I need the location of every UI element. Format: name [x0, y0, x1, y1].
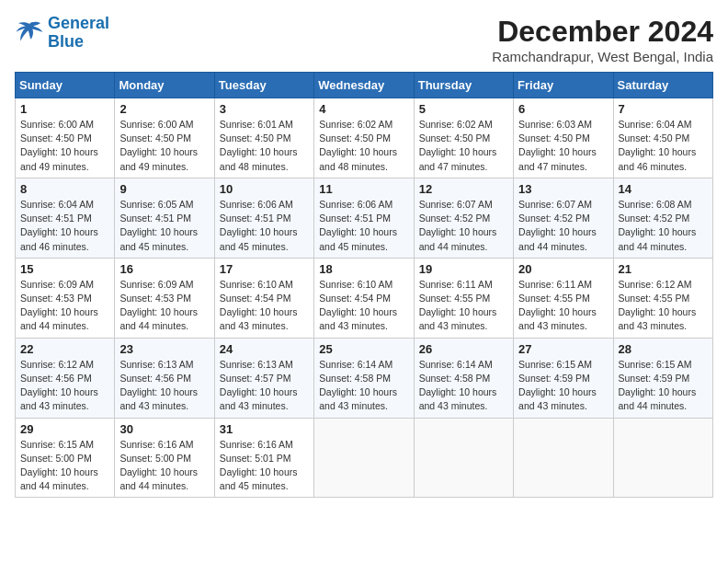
calendar-cell: 25 Sunrise: 6:14 AM Sunset: 4:58 PM Dayl… [314, 338, 414, 418]
calendar-cell: 31 Sunrise: 6:16 AM Sunset: 5:01 PM Dayl… [214, 418, 313, 498]
day-number: 30 [119, 422, 209, 436]
day-info: Sunrise: 6:10 AM Sunset: 4:54 PM Dayligh… [220, 278, 309, 334]
day-number: 1 [20, 102, 109, 116]
day-number: 9 [119, 182, 209, 196]
day-number: 19 [419, 262, 508, 276]
day-number: 15 [20, 262, 109, 276]
day-info: Sunrise: 6:09 AM Sunset: 4:53 PM Dayligh… [119, 278, 209, 334]
day-info: Sunrise: 6:11 AM Sunset: 4:55 PM Dayligh… [518, 278, 608, 334]
day-number: 10 [220, 182, 309, 196]
calendar-cell: 22 Sunrise: 6:12 AM Sunset: 4:56 PM Dayl… [16, 338, 115, 418]
calendar-cell: 18 Sunrise: 6:10 AM Sunset: 4:54 PM Dayl… [314, 258, 414, 338]
day-number: 26 [419, 342, 508, 356]
day-number: 17 [220, 262, 309, 276]
calendar-cell: 4 Sunrise: 6:02 AM Sunset: 4:50 PM Dayli… [314, 98, 414, 178]
header-sunday: Sunday [16, 73, 115, 98]
day-info: Sunrise: 6:14 AM Sunset: 4:58 PM Dayligh… [419, 358, 508, 414]
day-number: 2 [119, 102, 209, 116]
header-tuesday: Tuesday [214, 73, 313, 98]
calendar-cell [314, 418, 414, 498]
page-header: General Blue December 2024 Ramchandrapur… [15, 15, 713, 64]
calendar-cell: 17 Sunrise: 6:10 AM Sunset: 4:54 PM Dayl… [214, 258, 313, 338]
calendar-cell: 27 Sunrise: 6:15 AM Sunset: 4:59 PM Dayl… [514, 338, 613, 418]
day-info: Sunrise: 6:01 AM Sunset: 4:50 PM Dayligh… [220, 118, 309, 174]
calendar-cell: 5 Sunrise: 6:02 AM Sunset: 4:50 PM Dayli… [414, 98, 513, 178]
day-info: Sunrise: 6:02 AM Sunset: 4:50 PM Dayligh… [319, 118, 408, 174]
day-number: 7 [619, 102, 708, 116]
day-info: Sunrise: 6:07 AM Sunset: 4:52 PM Dayligh… [419, 198, 508, 254]
day-number: 5 [419, 102, 508, 116]
calendar-cell: 21 Sunrise: 6:12 AM Sunset: 4:55 PM Dayl… [613, 258, 712, 338]
day-number: 29 [20, 422, 109, 436]
calendar-cell: 24 Sunrise: 6:13 AM Sunset: 4:57 PM Dayl… [214, 338, 313, 418]
day-info: Sunrise: 6:15 AM Sunset: 4:59 PM Dayligh… [619, 358, 708, 414]
location-subtitle: Ramchandrapur, West Bengal, India [492, 49, 713, 64]
calendar-cell: 23 Sunrise: 6:13 AM Sunset: 4:56 PM Dayl… [115, 338, 214, 418]
day-info: Sunrise: 6:07 AM Sunset: 4:52 PM Dayligh… [518, 198, 608, 254]
calendar-cell: 10 Sunrise: 6:06 AM Sunset: 4:51 PM Dayl… [214, 178, 313, 258]
day-info: Sunrise: 6:03 AM Sunset: 4:50 PM Dayligh… [518, 118, 608, 174]
calendar-table: Sunday Monday Tuesday Wednesday Thursday… [15, 72, 713, 498]
day-number: 14 [619, 182, 708, 196]
weekday-header-row: Sunday Monday Tuesday Wednesday Thursday… [16, 73, 713, 98]
calendar-cell: 19 Sunrise: 6:11 AM Sunset: 4:55 PM Dayl… [414, 258, 513, 338]
day-info: Sunrise: 6:13 AM Sunset: 4:57 PM Dayligh… [220, 358, 309, 414]
calendar-cell: 15 Sunrise: 6:09 AM Sunset: 4:53 PM Dayl… [16, 258, 115, 338]
day-number: 23 [119, 342, 209, 356]
day-info: Sunrise: 6:15 AM Sunset: 4:59 PM Dayligh… [518, 358, 608, 414]
day-info: Sunrise: 6:12 AM Sunset: 4:55 PM Dayligh… [619, 278, 708, 334]
calendar-cell: 28 Sunrise: 6:15 AM Sunset: 4:59 PM Dayl… [613, 338, 712, 418]
day-info: Sunrise: 6:16 AM Sunset: 5:01 PM Dayligh… [220, 438, 309, 494]
day-number: 25 [319, 342, 408, 356]
day-number: 8 [20, 182, 109, 196]
day-info: Sunrise: 6:14 AM Sunset: 4:58 PM Dayligh… [319, 358, 408, 414]
day-info: Sunrise: 6:00 AM Sunset: 4:50 PM Dayligh… [20, 118, 109, 174]
calendar-cell: 11 Sunrise: 6:06 AM Sunset: 4:51 PM Dayl… [314, 178, 414, 258]
day-number: 21 [619, 262, 708, 276]
day-number: 13 [518, 182, 608, 196]
calendar-cell: 13 Sunrise: 6:07 AM Sunset: 4:52 PM Dayl… [514, 178, 613, 258]
month-year-title: December 2024 [492, 15, 713, 49]
day-info: Sunrise: 6:04 AM Sunset: 4:51 PM Dayligh… [20, 198, 109, 254]
day-info: Sunrise: 6:08 AM Sunset: 4:52 PM Dayligh… [619, 198, 708, 254]
day-number: 16 [119, 262, 209, 276]
calendar-cell [414, 418, 513, 498]
day-info: Sunrise: 6:02 AM Sunset: 4:50 PM Dayligh… [419, 118, 508, 174]
calendar-cell: 1 Sunrise: 6:00 AM Sunset: 4:50 PM Dayli… [16, 98, 115, 178]
logo-icon [15, 20, 44, 46]
day-info: Sunrise: 6:15 AM Sunset: 5:00 PM Dayligh… [20, 438, 109, 494]
calendar-cell: 2 Sunrise: 6:00 AM Sunset: 4:50 PM Dayli… [115, 98, 214, 178]
header-wednesday: Wednesday [314, 73, 414, 98]
day-number: 3 [220, 102, 309, 116]
day-info: Sunrise: 6:12 AM Sunset: 4:56 PM Dayligh… [20, 358, 109, 414]
calendar-cell: 3 Sunrise: 6:01 AM Sunset: 4:50 PM Dayli… [214, 98, 313, 178]
day-number: 27 [518, 342, 608, 356]
day-number: 4 [319, 102, 408, 116]
day-info: Sunrise: 6:06 AM Sunset: 4:51 PM Dayligh… [220, 198, 309, 254]
day-info: Sunrise: 6:04 AM Sunset: 4:50 PM Dayligh… [619, 118, 708, 174]
calendar-cell: 9 Sunrise: 6:05 AM Sunset: 4:51 PM Dayli… [115, 178, 214, 258]
day-number: 24 [220, 342, 309, 356]
day-number: 20 [518, 262, 608, 276]
logo: General Blue [15, 15, 109, 52]
day-info: Sunrise: 6:16 AM Sunset: 5:00 PM Dayligh… [119, 438, 209, 494]
day-info: Sunrise: 6:11 AM Sunset: 4:55 PM Dayligh… [419, 278, 508, 334]
header-thursday: Thursday [414, 73, 513, 98]
day-info: Sunrise: 6:00 AM Sunset: 4:50 PM Dayligh… [119, 118, 209, 174]
day-number: 22 [20, 342, 109, 356]
day-number: 28 [619, 342, 708, 356]
calendar-cell: 6 Sunrise: 6:03 AM Sunset: 4:50 PM Dayli… [514, 98, 613, 178]
calendar-cell: 7 Sunrise: 6:04 AM Sunset: 4:50 PM Dayli… [613, 98, 712, 178]
day-number: 6 [518, 102, 608, 116]
calendar-cell: 16 Sunrise: 6:09 AM Sunset: 4:53 PM Dayl… [115, 258, 214, 338]
day-info: Sunrise: 6:09 AM Sunset: 4:53 PM Dayligh… [20, 278, 109, 334]
logo-text: General Blue [48, 15, 109, 52]
day-number: 12 [419, 182, 508, 196]
day-number: 11 [319, 182, 408, 196]
calendar-cell: 20 Sunrise: 6:11 AM Sunset: 4:55 PM Dayl… [514, 258, 613, 338]
calendar-cell: 12 Sunrise: 6:07 AM Sunset: 4:52 PM Dayl… [414, 178, 513, 258]
calendar-cell: 29 Sunrise: 6:15 AM Sunset: 5:00 PM Dayl… [16, 418, 115, 498]
header-monday: Monday [115, 73, 214, 98]
calendar-cell: 26 Sunrise: 6:14 AM Sunset: 4:58 PM Dayl… [414, 338, 513, 418]
day-info: Sunrise: 6:05 AM Sunset: 4:51 PM Dayligh… [119, 198, 209, 254]
